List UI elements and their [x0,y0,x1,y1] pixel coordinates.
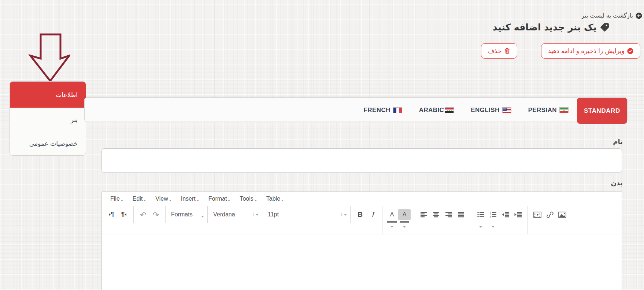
tab-persian-label: PERSIAN [528,107,557,114]
sidebar-item-information[interactable]: اطلاعات [10,82,86,108]
tab-arabic-label: ARABIC [419,107,444,114]
chevron-down-icon [201,216,204,218]
divider [253,213,253,216]
bold-button[interactable]: B [354,209,366,220]
svg-text:3: 3 [490,216,491,218]
toolbar-overflow-strip [102,223,622,234]
tab-standard-active[interactable]: STANDARD [577,98,627,124]
link-icon [546,211,554,219]
insert-link-button[interactable] [544,209,556,220]
editor-toolbar: ¶ ¶ ↶ ↷ Formats Verdana [102,206,622,223]
numbered-list-icon: 1 2 3 [490,212,497,218]
font-family-label: Verdana [211,211,235,218]
iraq-flag-icon [445,107,454,113]
tab-persian[interactable]: PERSIAN [528,107,569,114]
page-title-row: یک بنر جدید اضافه کنید [493,22,609,33]
triangle-icon [125,213,126,216]
menu-format[interactable]: Format [204,192,235,206]
section-tabs: اطلاعات بنر خصوصیات عمومی [10,81,86,156]
name-field-label: نام [613,138,623,145]
tab-english[interactable]: ENGLISH [471,107,511,114]
font-family-dropdown[interactable]: Verdana [211,209,259,220]
align-right-icon [445,212,452,218]
tab-arabic[interactable]: ARABIC [419,107,454,114]
chevron-down-icon [281,200,284,201]
tab-standard-label: STANDARD [584,107,620,115]
menu-table[interactable]: Table [262,192,288,206]
menu-tools-label: Tools [240,196,253,202]
editor-menubar: File Edit View Insert Format Tools Table [102,192,622,206]
tag-icon [600,23,609,32]
font-size-dropdown[interactable]: 11pt [266,209,347,220]
menu-tools[interactable]: Tools [235,192,261,206]
sidebar-item-banner[interactable]: بنر [10,108,86,131]
editor-content-area[interactable] [102,234,622,290]
rtl-paragraph-button[interactable]: ¶ [118,209,130,220]
redo-icon: ↷ [152,211,159,219]
chevron-down-icon [197,200,199,201]
indent-icon [514,212,522,218]
italic-button[interactable]: I [366,209,379,220]
sidebar-item-label: بنر [71,116,78,123]
menu-edit[interactable]: Edit [128,192,151,206]
media-icon [533,212,541,218]
font-size-label: 11pt [266,211,279,218]
background-color-button[interactable]: A [398,209,411,220]
sidebar-item-general-properties[interactable]: خصوصیات عمومی [10,131,86,155]
delete-button-label: حذف [488,47,501,55]
italic-icon: I [371,211,374,219]
add-banner-page: بازگشت به لیست بنر یک بنر جدید اضافه کنی… [0,0,644,290]
background-color-icon: A [403,211,407,218]
undo-button[interactable]: ↶ [137,209,149,220]
insert-media-button[interactable] [531,209,544,220]
language-tabs: FRENCH ARABIC ENGLISH [364,98,569,122]
france-flag-icon [393,107,402,113]
text-color-button[interactable]: A [386,209,398,220]
chevron-down-icon [344,214,347,216]
menu-file-label: File [110,196,120,202]
name-input[interactable] [101,148,622,173]
divider [341,213,342,216]
undo-icon: ↶ [140,211,147,219]
delete-button[interactable]: حذف [481,43,517,59]
align-center-button[interactable] [430,209,443,220]
rich-text-editor: File Edit View Insert Format Tools Table… [101,192,622,290]
save-and-continue-button[interactable]: ویرایش را ذخیره و ادامه دهید [541,43,640,59]
bullet-list-button[interactable] [474,209,487,220]
outdent-icon [502,212,510,218]
ltr-paragraph-button[interactable]: ¶ [105,209,118,220]
chevron-down-icon [256,214,259,216]
outdent-button[interactable] [499,209,512,220]
formats-dropdown[interactable]: Formats [169,209,204,220]
chevron-down-icon [144,200,146,201]
menu-insert[interactable]: Insert [176,192,204,206]
tab-french[interactable]: FRENCH [364,107,402,114]
pointer-arrow-annotation [29,33,70,82]
image-icon [558,212,566,218]
language-tab-bar: FRENCH ARABIC ENGLISH [84,97,628,122]
iran-flag-icon [559,107,569,113]
save-button-label: ویرایش را ذخیره و ادامه دهید [548,47,625,55]
align-left-icon [421,212,428,218]
insert-image-button[interactable] [556,209,569,220]
menu-edit-label: Edit [133,196,143,202]
menu-file[interactable]: File [106,192,128,206]
menu-insert-label: Insert [181,196,196,202]
justify-button[interactable] [455,209,467,220]
menu-view[interactable]: View [151,192,176,206]
chevron-down-icon [121,200,123,201]
align-left-button[interactable] [418,209,430,220]
chevron-down-icon [255,200,257,201]
sidebar-item-label: اطلاعات [56,91,78,98]
justify-icon [458,212,465,218]
bullet-list-icon [477,212,484,218]
align-right-button[interactable] [443,209,455,220]
menu-view-label: View [155,196,168,202]
indent-button[interactable] [512,209,524,220]
text-color-icon: A [390,211,394,218]
redo-button[interactable]: ↷ [149,209,162,220]
menu-table-label: Table [266,196,280,202]
numbered-list-button[interactable]: 1 2 3 [487,209,499,220]
back-to-banner-list-link[interactable]: بازگشت به لیست بنر [581,12,642,19]
page-title: یک بنر جدید اضافه کنید [493,22,597,33]
